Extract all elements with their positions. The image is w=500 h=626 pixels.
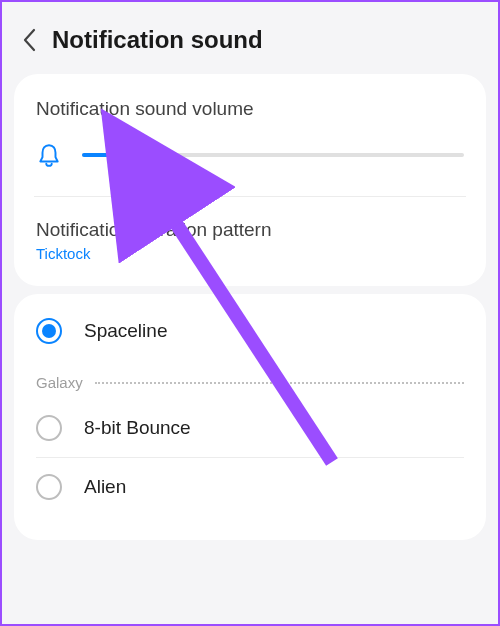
sounds-card: Spaceline Galaxy 8-bit Bounce Alien [14, 294, 486, 540]
sound-option-8bit-bounce[interactable]: 8-bit Bounce [36, 399, 464, 457]
dotted-divider [95, 382, 464, 384]
bell-icon [36, 142, 62, 168]
radio-unchecked-icon [36, 415, 62, 441]
slider-thumb[interactable] [128, 140, 158, 170]
sound-option-spaceline[interactable]: Spaceline [36, 318, 464, 360]
sound-label: 8-bit Bounce [84, 417, 191, 439]
group-label: Galaxy [36, 374, 83, 391]
vibration-setting[interactable]: Notification vibration pattern Ticktock [36, 219, 464, 262]
back-icon[interactable] [22, 28, 36, 52]
vibration-label: Notification vibration pattern [36, 219, 464, 241]
sound-label: Spaceline [84, 320, 167, 342]
sound-label: Alien [84, 476, 126, 498]
radio-unchecked-icon [36, 474, 62, 500]
sound-option-alien[interactable]: Alien [36, 458, 464, 516]
radio-checked-icon [36, 318, 62, 344]
volume-slider[interactable] [82, 143, 464, 167]
volume-card: Notification sound volume Notification v… [14, 74, 486, 286]
vibration-value: Ticktock [36, 245, 464, 262]
volume-label: Notification sound volume [36, 98, 464, 120]
page-title: Notification sound [52, 26, 263, 54]
